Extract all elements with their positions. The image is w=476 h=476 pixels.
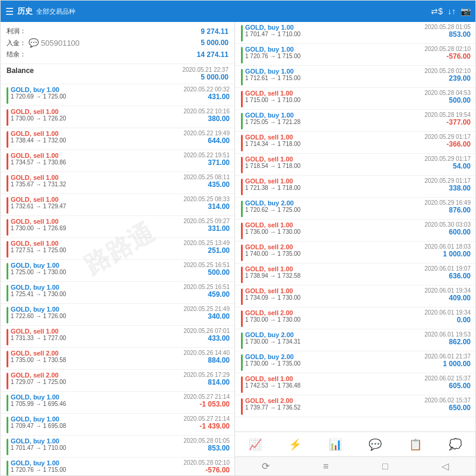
trade-item[interactable]: GOLD, sell 1.00 1 735.67 → 1 731.32 2020…	[1, 172, 234, 194]
trade-info: GOLD, sell 1.00 1 718.54 → 1 718.00	[245, 156, 300, 169]
trade-item[interactable]: GOLD, sell 1.00 1 730.00 → 1 726.69 2020…	[1, 216, 234, 238]
trade-right: 2020.05.25 08:11 435.00	[183, 174, 230, 189]
trade-price: 1 732.61 → 1 729.47	[11, 203, 66, 210]
back-nav-icon[interactable]: ◁	[442, 461, 449, 472]
bottom-nav: ⟳ ≡ □ ◁	[235, 456, 475, 475]
message-icon[interactable]: 💬	[369, 438, 382, 451]
menu-nav-icon[interactable]: ≡	[323, 461, 328, 472]
trade-indicator	[7, 351, 8, 367]
trade-left: GOLD, buy 1.00 1 725.00 → 1 730.00	[7, 262, 66, 280]
trade-item[interactable]: GOLD, buy 1.00 1 701.47 → 1 710.00 2020.…	[1, 436, 234, 458]
trade-item[interactable]: GOLD, sell 1.00 1 742.53 → 1 736.48 2020…	[235, 373, 475, 395]
trade-item[interactable]: GOLD, sell 2.00 1 740.00 → 1 735.00 2020…	[235, 242, 475, 264]
balance-item-right: 2020.05.21 22:37 5 000.00	[182, 66, 229, 81]
trade-item[interactable]: GOLD, sell 1.00 1 721.38 → 1 718.00 2020…	[235, 176, 475, 198]
trade-title: GOLD, sell 1.00	[11, 218, 66, 225]
trade-item[interactable]: GOLD, sell 1.00 1 718.54 → 1 718.00 2020…	[235, 154, 475, 176]
trade-item[interactable]: GOLD, sell 1.00 1 734.57 → 1 730.86 2020…	[1, 150, 234, 172]
trade-item[interactable]: GOLD, buy 1.00 1 722.60 → 1 726.00 2020.…	[1, 304, 234, 326]
trade-title: GOLD, sell 1.00	[11, 174, 66, 181]
trade-title: GOLD, sell 1.00	[11, 130, 66, 137]
trade-profit: 459.00	[183, 290, 230, 299]
analytics-icon[interactable]: 📊	[329, 438, 342, 451]
home-nav-icon[interactable]: □	[382, 461, 388, 472]
trade-item[interactable]: GOLD, buy 1.00 1 720.69 → 1 725.00 2020.…	[1, 84, 234, 106]
trade-item[interactable]: GOLD, sell 2.00 1 735.00 → 1 730.58 2020…	[1, 348, 234, 370]
transfer-icon[interactable]: ⇄$	[431, 7, 443, 16]
trade-item[interactable]: GOLD, buy 1.00 1 725.00 → 1 730.00 2020.…	[1, 260, 234, 282]
trade-title: GOLD, sell 2.00	[11, 350, 66, 357]
trade-right: 2020.05.28 02:10 -576.00	[424, 46, 471, 61]
trade-left: GOLD, buy 2.00 1 730.00 → 1 734.31	[241, 331, 300, 349]
camera-icon[interactable]: 📷	[461, 7, 471, 16]
trade-title: GOLD, buy 1.00	[11, 437, 66, 445]
trade-price: 1 727.51 → 1 725.00	[11, 247, 66, 253]
chat-icon[interactable]: 💭	[449, 438, 462, 451]
trade-item[interactable]: GOLD, sell 1.00 1 732.61 → 1 729.47 2020…	[1, 194, 234, 216]
left-trade-list[interactable]: Balance 2020.05.21 22:37 5 000.00 GOLD, …	[1, 64, 234, 475]
trade-price: 1 712.61 → 1 715.00	[245, 75, 300, 81]
trade-title: GOLD, sell 1.00	[245, 90, 300, 97]
trade-right: 2020.05.28 02:10 -576.00	[183, 459, 230, 474]
trade-left: GOLD, sell 1.00 1 736.00 → 1 730.00	[241, 221, 300, 239]
trade-info: GOLD, buy 2.00 1 730.00 → 1 735.00	[245, 353, 300, 367]
trade-profit: -366.00	[424, 140, 471, 148]
trade-item[interactable]: GOLD, buy 1.00 1 709.47 → 1 695.08 2020.…	[1, 414, 234, 436]
news-icon[interactable]: 📋	[409, 438, 422, 451]
trade-item[interactable]: GOLD, buy 2.00 1 730.00 → 1 735.00 2020.…	[235, 351, 475, 373]
trade-info: GOLD, buy 1.00 1 712.61 → 1 715.00	[245, 68, 300, 81]
trade-date: 2020.05.26 07:01	[183, 328, 230, 334]
trade-item[interactable]: GOLD, buy 1.00 1 712.61 → 1 715.00 2020.…	[235, 66, 475, 88]
trade-left: GOLD, buy 2.00 1 720.62 → 1 725.00	[241, 199, 300, 217]
trade-item[interactable]: GOLD, sell 1.00 1 736.00 → 1 730.00 2020…	[235, 220, 475, 242]
trade-price: 1 738.44 → 1 732.00	[11, 137, 66, 144]
trade-item[interactable]: GOLD, sell 2.00 1 739.77 → 1 736.52 2020…	[235, 395, 475, 417]
trade-item[interactable]: GOLD, buy 1.00 1 725.05 → 1 721.28 2020.…	[235, 110, 475, 132]
trade-item[interactable]: GOLD, sell 1.00 1 714.34 → 1 718.00 2020…	[235, 132, 475, 154]
trade-item[interactable]: GOLD, buy 1.00 1 701.47 → 1 710.00 2020.…	[235, 22, 475, 44]
trade-right: 2020.05.29 16:49 876.00	[424, 199, 471, 214]
trade-left: GOLD, buy 1.00 1 701.47 → 1 710.00	[7, 437, 66, 455]
trade-date: 2020.06.02 15:37	[424, 375, 471, 382]
trade-item[interactable]: GOLD, sell 1.00 1 738.94 → 1 732.58 2020…	[235, 264, 475, 285]
refresh-nav-icon[interactable]: ⟳	[262, 461, 269, 472]
trade-info: GOLD, sell 1.00 1 727.51 → 1 725.00	[11, 240, 66, 253]
trade-price: 1 731.33 → 1 727.00	[11, 335, 66, 341]
trade-left: GOLD, sell 2.00 1 735.00 → 1 730.58	[7, 350, 66, 367]
trade-item[interactable]: GOLD, buy 1.00 1 725.41 → 1 730.00 2020.…	[1, 282, 234, 304]
trade-info: GOLD, sell 1.00 1 738.44 → 1 732.00	[11, 130, 66, 144]
trade-item[interactable]: GOLD, buy 1.00 1 720.76 → 1 715.00 2020.…	[235, 44, 475, 66]
trade-item[interactable]: GOLD, buy 2.00 1 720.62 → 1 725.00 2020.…	[235, 198, 475, 220]
trade-item[interactable]: GOLD, sell 1.00 1 738.44 → 1 732.00 2020…	[1, 128, 234, 150]
trade-title: GOLD, sell 1.00	[245, 265, 300, 272]
trade-item[interactable]: GOLD, buy 1.00 1 720.76 → 1 715.00 2020.…	[1, 458, 234, 475]
trade-item[interactable]: GOLD, buy 1.00 1 705.99 → 1 695.46 2020.…	[1, 392, 234, 414]
trade-left: GOLD, sell 2.00 1 740.00 → 1 735.00	[241, 243, 300, 261]
trade-item[interactable]: GOLD, sell 2.00 1 729.07 → 1 725.00 2020…	[1, 370, 234, 392]
chart-icon[interactable]: 📈	[249, 438, 262, 451]
right-trade-list[interactable]: GOLD, buy 1.00 1 701.47 → 1 710.00 2020.…	[235, 22, 475, 431]
menu-icon[interactable]: ☰	[5, 6, 14, 17]
trade-indicator	[7, 109, 8, 126]
trade-item[interactable]: GOLD, buy 2.00 1 730.00 → 1 734.31 2020.…	[235, 329, 475, 351]
trade-item[interactable]: GOLD, sell 1.00 1 727.51 → 1 725.00 2020…	[1, 238, 234, 260]
trade-indicator	[7, 329, 8, 345]
trade-price: 1 714.34 → 1 718.00	[245, 141, 300, 147]
trade-info: GOLD, sell 1.00 1 742.53 → 1 736.48	[245, 375, 300, 389]
trade-item[interactable]: GOLD, sell 2.00 1 730.00 → 1 730.00 2020…	[235, 307, 475, 329]
trade-price: 1 736.00 → 1 730.00	[245, 229, 300, 235]
trade-date: 2020.05.28 02:10	[424, 68, 471, 74]
sort-icon[interactable]: ↓↑	[448, 7, 456, 16]
settings-icon[interactable]: ⚡	[288, 438, 302, 451]
trade-indicator	[7, 439, 8, 455]
trade-item[interactable]: GOLD, sell 1.00 1 715.00 → 1 710.00 2020…	[235, 88, 475, 110]
trade-info: GOLD, buy 2.00 1 730.00 → 1 734.31	[245, 331, 300, 345]
trade-right: 2020.05.25 13:49 251.00	[183, 240, 230, 255]
trade-left: GOLD, sell 1.00 1 742.53 → 1 736.48	[241, 375, 300, 393]
trade-item[interactable]: GOLD, sell 1.00 1 731.33 → 1 727.00 2020…	[1, 326, 234, 348]
trade-item[interactable]: GOLD, sell 1.00 1 730.00 → 1 726.20 2020…	[1, 106, 234, 128]
trade-date: 2020.05.28 04:53	[424, 90, 471, 96]
trade-item[interactable]: GOLD, sell 1.00 1 734.09 → 1 730.00 2020…	[235, 285, 475, 307]
trade-date: 2020.06.01 19:07	[424, 265, 471, 272]
trade-right: 2020.05.26 07:01 433.00	[183, 328, 230, 342]
